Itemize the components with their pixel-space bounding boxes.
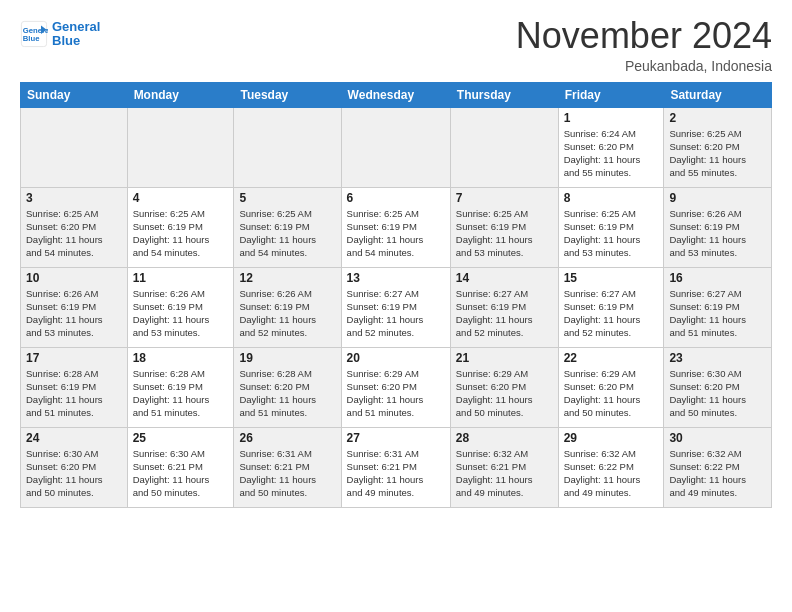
day-number: 7: [456, 191, 553, 205]
calendar-cell: 28Sunrise: 6:32 AMSunset: 6:21 PMDayligh…: [450, 427, 558, 507]
cell-info: Sunrise: 6:25 AMSunset: 6:20 PMDaylight:…: [26, 207, 122, 260]
logo-icon: General Blue: [20, 20, 48, 48]
calendar-cell: 2Sunrise: 6:25 AMSunset: 6:20 PMDaylight…: [664, 107, 772, 187]
weekday-header: Sunday: [21, 82, 128, 107]
day-number: 8: [564, 191, 659, 205]
cell-info: Sunrise: 6:29 AMSunset: 6:20 PMDaylight:…: [347, 367, 445, 420]
calendar-cell: 18Sunrise: 6:28 AMSunset: 6:19 PMDayligh…: [127, 347, 234, 427]
cell-info: Sunrise: 6:28 AMSunset: 6:20 PMDaylight:…: [239, 367, 335, 420]
cell-info: Sunrise: 6:25 AMSunset: 6:19 PMDaylight:…: [239, 207, 335, 260]
day-number: 14: [456, 271, 553, 285]
page: General Blue General Blue November 2024 …: [0, 0, 792, 612]
logo-line1: General: [52, 20, 100, 34]
cell-info: Sunrise: 6:30 AMSunset: 6:20 PMDaylight:…: [26, 447, 122, 500]
week-row: 10Sunrise: 6:26 AMSunset: 6:19 PMDayligh…: [21, 267, 772, 347]
location: Peukanbada, Indonesia: [516, 58, 772, 74]
cell-info: Sunrise: 6:25 AMSunset: 6:20 PMDaylight:…: [669, 127, 766, 180]
day-number: 5: [239, 191, 335, 205]
calendar-cell: 24Sunrise: 6:30 AMSunset: 6:20 PMDayligh…: [21, 427, 128, 507]
calendar-cell: 22Sunrise: 6:29 AMSunset: 6:20 PMDayligh…: [558, 347, 664, 427]
calendar-cell: 21Sunrise: 6:29 AMSunset: 6:20 PMDayligh…: [450, 347, 558, 427]
calendar-cell: 4Sunrise: 6:25 AMSunset: 6:19 PMDaylight…: [127, 187, 234, 267]
day-number: 10: [26, 271, 122, 285]
calendar-cell: 26Sunrise: 6:31 AMSunset: 6:21 PMDayligh…: [234, 427, 341, 507]
weekday-header: Friday: [558, 82, 664, 107]
calendar-cell: 13Sunrise: 6:27 AMSunset: 6:19 PMDayligh…: [341, 267, 450, 347]
cell-info: Sunrise: 6:27 AMSunset: 6:19 PMDaylight:…: [564, 287, 659, 340]
day-number: 4: [133, 191, 229, 205]
cell-info: Sunrise: 6:31 AMSunset: 6:21 PMDaylight:…: [239, 447, 335, 500]
cell-info: Sunrise: 6:28 AMSunset: 6:19 PMDaylight:…: [133, 367, 229, 420]
day-number: 2: [669, 111, 766, 125]
day-number: 16: [669, 271, 766, 285]
day-number: 9: [669, 191, 766, 205]
calendar-cell: 10Sunrise: 6:26 AMSunset: 6:19 PMDayligh…: [21, 267, 128, 347]
title-block: November 2024 Peukanbada, Indonesia: [516, 16, 772, 74]
day-number: 28: [456, 431, 553, 445]
day-number: 3: [26, 191, 122, 205]
weekday-header: Saturday: [664, 82, 772, 107]
cell-info: Sunrise: 6:25 AMSunset: 6:19 PMDaylight:…: [564, 207, 659, 260]
cell-info: Sunrise: 6:26 AMSunset: 6:19 PMDaylight:…: [133, 287, 229, 340]
day-number: 18: [133, 351, 229, 365]
calendar-cell: [341, 107, 450, 187]
calendar-cell: 12Sunrise: 6:26 AMSunset: 6:19 PMDayligh…: [234, 267, 341, 347]
day-number: 6: [347, 191, 445, 205]
logo: General Blue General Blue: [20, 20, 100, 49]
weekday-header: Thursday: [450, 82, 558, 107]
cell-info: Sunrise: 6:27 AMSunset: 6:19 PMDaylight:…: [456, 287, 553, 340]
cell-info: Sunrise: 6:32 AMSunset: 6:22 PMDaylight:…: [564, 447, 659, 500]
week-row: 3Sunrise: 6:25 AMSunset: 6:20 PMDaylight…: [21, 187, 772, 267]
cell-info: Sunrise: 6:30 AMSunset: 6:20 PMDaylight:…: [669, 367, 766, 420]
calendar-cell: 19Sunrise: 6:28 AMSunset: 6:20 PMDayligh…: [234, 347, 341, 427]
calendar-cell: 16Sunrise: 6:27 AMSunset: 6:19 PMDayligh…: [664, 267, 772, 347]
day-number: 27: [347, 431, 445, 445]
day-number: 25: [133, 431, 229, 445]
weekday-header: Monday: [127, 82, 234, 107]
week-row: 17Sunrise: 6:28 AMSunset: 6:19 PMDayligh…: [21, 347, 772, 427]
svg-text:Blue: Blue: [23, 34, 40, 43]
cell-info: Sunrise: 6:26 AMSunset: 6:19 PMDaylight:…: [669, 207, 766, 260]
logo-line2: Blue: [52, 34, 100, 48]
calendar-cell: [21, 107, 128, 187]
cell-info: Sunrise: 6:24 AMSunset: 6:20 PMDaylight:…: [564, 127, 659, 180]
day-number: 30: [669, 431, 766, 445]
calendar-cell: 3Sunrise: 6:25 AMSunset: 6:20 PMDaylight…: [21, 187, 128, 267]
week-row: 24Sunrise: 6:30 AMSunset: 6:20 PMDayligh…: [21, 427, 772, 507]
calendar-cell: 14Sunrise: 6:27 AMSunset: 6:19 PMDayligh…: [450, 267, 558, 347]
cell-info: Sunrise: 6:32 AMSunset: 6:22 PMDaylight:…: [669, 447, 766, 500]
calendar-cell: 30Sunrise: 6:32 AMSunset: 6:22 PMDayligh…: [664, 427, 772, 507]
day-number: 11: [133, 271, 229, 285]
calendar-cell: 11Sunrise: 6:26 AMSunset: 6:19 PMDayligh…: [127, 267, 234, 347]
day-number: 20: [347, 351, 445, 365]
calendar-cell: 15Sunrise: 6:27 AMSunset: 6:19 PMDayligh…: [558, 267, 664, 347]
calendar-cell: 7Sunrise: 6:25 AMSunset: 6:19 PMDaylight…: [450, 187, 558, 267]
cell-info: Sunrise: 6:25 AMSunset: 6:19 PMDaylight:…: [456, 207, 553, 260]
cell-info: Sunrise: 6:29 AMSunset: 6:20 PMDaylight:…: [456, 367, 553, 420]
month-title: November 2024: [516, 16, 772, 56]
calendar-cell: 5Sunrise: 6:25 AMSunset: 6:19 PMDaylight…: [234, 187, 341, 267]
day-number: 17: [26, 351, 122, 365]
cell-info: Sunrise: 6:26 AMSunset: 6:19 PMDaylight:…: [26, 287, 122, 340]
calendar-cell: 25Sunrise: 6:30 AMSunset: 6:21 PMDayligh…: [127, 427, 234, 507]
calendar-cell: [127, 107, 234, 187]
day-number: 22: [564, 351, 659, 365]
cell-info: Sunrise: 6:29 AMSunset: 6:20 PMDaylight:…: [564, 367, 659, 420]
day-number: 23: [669, 351, 766, 365]
day-number: 15: [564, 271, 659, 285]
cell-info: Sunrise: 6:26 AMSunset: 6:19 PMDaylight:…: [239, 287, 335, 340]
calendar-cell: 1Sunrise: 6:24 AMSunset: 6:20 PMDaylight…: [558, 107, 664, 187]
header: General Blue General Blue November 2024 …: [20, 16, 772, 74]
weekday-header: Tuesday: [234, 82, 341, 107]
calendar-cell: 17Sunrise: 6:28 AMSunset: 6:19 PMDayligh…: [21, 347, 128, 427]
cell-info: Sunrise: 6:28 AMSunset: 6:19 PMDaylight:…: [26, 367, 122, 420]
cell-info: Sunrise: 6:27 AMSunset: 6:19 PMDaylight:…: [347, 287, 445, 340]
calendar-cell: 9Sunrise: 6:26 AMSunset: 6:19 PMDaylight…: [664, 187, 772, 267]
weekday-header-row: SundayMondayTuesdayWednesdayThursdayFrid…: [21, 82, 772, 107]
day-number: 13: [347, 271, 445, 285]
cell-info: Sunrise: 6:30 AMSunset: 6:21 PMDaylight:…: [133, 447, 229, 500]
calendar-cell: 23Sunrise: 6:30 AMSunset: 6:20 PMDayligh…: [664, 347, 772, 427]
calendar-cell: 29Sunrise: 6:32 AMSunset: 6:22 PMDayligh…: [558, 427, 664, 507]
calendar: SundayMondayTuesdayWednesdayThursdayFrid…: [20, 82, 772, 508]
day-number: 24: [26, 431, 122, 445]
